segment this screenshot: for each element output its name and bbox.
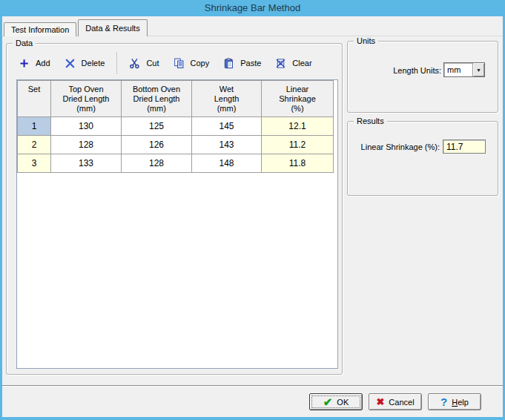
ok-label: OK — [337, 398, 349, 407]
col-header-linear-shrinkage: LinearShrinkage(%) — [262, 81, 334, 117]
checkmark-icon: ✔ — [323, 396, 333, 407]
copy-label: Copy — [191, 59, 210, 68]
tab-bar: Test Information Data & Results — [4, 19, 148, 36]
cancel-button[interactable]: ✖ Cancel — [369, 393, 422, 410]
cell-shrinkage-3[interactable]: 11.8 — [262, 154, 334, 173]
dropdown-arrow-button[interactable]: ▼ — [472, 63, 484, 76]
data-toolbar: Add Delete Cut — [13, 51, 320, 75]
clear-button[interactable]: Clear — [269, 53, 317, 73]
cut-button[interactable]: Cut — [123, 53, 165, 73]
table-row: 3 133 128 148 11.8 — [18, 154, 334, 173]
data-groupbox: Data Add Delete — [6, 43, 343, 375]
tab-test-information[interactable]: Test Information — [4, 22, 76, 36]
copy-button[interactable]: Copy — [168, 53, 216, 73]
linear-shrinkage-result-label: Linear Shrinkage (%): — [351, 142, 440, 151]
copy-icon — [174, 58, 185, 69]
paste-icon — [223, 58, 234, 69]
paste-button[interactable]: Paste — [217, 53, 267, 73]
cell-shrinkage-1[interactable]: 12.1 — [262, 117, 334, 136]
col-header-set: Set — [18, 81, 51, 117]
footer-divider — [2, 385, 503, 387]
help-label: Help — [452, 398, 469, 407]
cell-top-3[interactable]: 133 — [51, 154, 122, 173]
results-groupbox: Results Linear Shrinkage (%): — [347, 121, 498, 196]
cancel-x-icon: ✖ — [376, 397, 384, 407]
cell-top-1[interactable]: 130 — [51, 117, 122, 136]
length-units-select[interactable]: mm ▼ — [443, 62, 485, 77]
cell-shrinkage-2[interactable]: 11.2 — [262, 136, 334, 154]
clear-label: Clear — [292, 59, 311, 68]
col-header-bottom-oven: Bottom OvenDried Length(mm) — [122, 81, 192, 117]
cell-bottom-1[interactable]: 125 — [122, 117, 192, 136]
cell-wet-1[interactable]: 145 — [192, 117, 262, 136]
col-header-top-oven: Top OvenDried Length(mm) — [51, 81, 122, 117]
cell-wet-2[interactable]: 143 — [192, 136, 262, 154]
add-label: Add — [36, 59, 50, 68]
delete-x-icon — [65, 58, 76, 69]
add-button[interactable]: Add — [13, 53, 56, 73]
data-grid: Set Top OvenDried Length(mm) Bottom Oven… — [16, 79, 338, 369]
cell-set-2[interactable]: 2 — [18, 136, 51, 154]
scissors-icon — [129, 58, 140, 69]
ok-button[interactable]: ✔ OK — [309, 393, 363, 410]
linear-shrinkage-result-field[interactable] — [443, 140, 486, 154]
plus-icon — [19, 58, 30, 69]
table-header-row: Set Top OvenDried Length(mm) Bottom Oven… — [18, 81, 334, 117]
cut-label: Cut — [146, 59, 159, 68]
cancel-label: Cancel — [389, 398, 414, 407]
units-groupbox: Units Length Units: mm ▼ — [347, 41, 498, 113]
help-button[interactable]: ? Help — [428, 393, 481, 410]
dialog-client-area: Test Information Data & Results Data Add… — [2, 16, 503, 417]
units-group-title: Units — [354, 36, 378, 47]
results-group-title: Results — [354, 116, 387, 127]
tab-data-and-results[interactable]: Data & Results — [78, 19, 147, 36]
cell-set-3[interactable]: 3 — [18, 154, 51, 173]
title-bar: Shrinkage Bar Method — [0, 0, 505, 16]
table-row: 1 130 125 145 12.1 — [18, 117, 334, 136]
window-title: Shrinkage Bar Method — [205, 2, 300, 13]
table-row: 2 128 126 143 11.2 — [18, 136, 334, 154]
cell-set-1[interactable]: 1 — [18, 117, 51, 136]
dialog-window: Shrinkage Bar Method Test Information Da… — [0, 0, 505, 420]
cell-wet-3[interactable]: 148 — [192, 154, 262, 173]
paste-label: Paste — [240, 59, 261, 68]
cell-top-2[interactable]: 128 — [51, 136, 122, 154]
question-mark-icon: ? — [440, 396, 447, 407]
col-header-wet-length: WetLength(mm) — [192, 81, 262, 117]
cell-bottom-2[interactable]: 126 — [122, 136, 192, 154]
delete-label: Delete — [82, 59, 105, 68]
data-group-title: Data — [13, 38, 36, 49]
length-units-label: Length Units: — [352, 66, 441, 75]
data-table: Set Top OvenDried Length(mm) Bottom Oven… — [17, 80, 334, 173]
clear-icon — [275, 58, 286, 69]
chevron-down-icon: ▼ — [476, 68, 481, 73]
length-units-value: mm — [444, 63, 472, 76]
cell-bottom-3[interactable]: 128 — [122, 154, 192, 173]
toolbar-separator — [116, 52, 117, 74]
delete-button[interactable]: Delete — [59, 53, 111, 73]
